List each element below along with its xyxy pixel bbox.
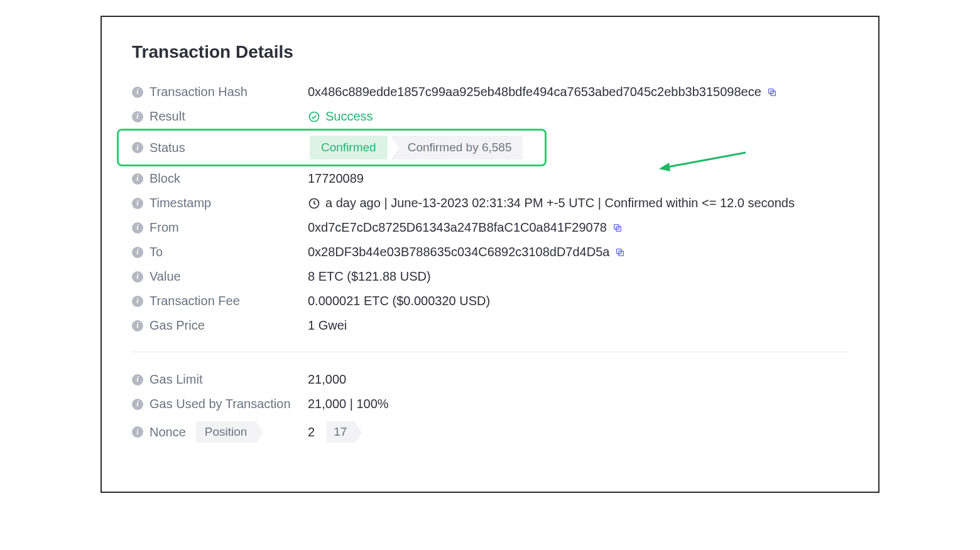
label-text-nonce: Nonce bbox=[150, 425, 186, 439]
label-hash: i Transaction Hash bbox=[132, 85, 308, 99]
value-block: 17720089 bbox=[308, 171, 848, 186]
label-timestamp: i Timestamp bbox=[132, 196, 308, 210]
label-text-gas-used: Gas Used by Transaction bbox=[150, 397, 291, 411]
label-to: i To bbox=[132, 245, 308, 259]
value-fee: 0.000021 ETC ($0.000320 USD) bbox=[308, 294, 848, 308]
value-gas-price: 1 Gwei bbox=[308, 318, 848, 333]
row-to: i To 0x28DF3b44e03B788635c034C6892c3108d… bbox=[132, 240, 848, 264]
row-gas-used: i Gas Used by Transaction 21,000 | 100% bbox=[132, 392, 848, 416]
label-fee: i Transaction Fee bbox=[132, 294, 308, 308]
nonce-text: 2 bbox=[308, 425, 315, 439]
label-text-hash: Transaction Hash bbox=[150, 85, 248, 99]
label-text-status: Status bbox=[150, 141, 185, 155]
row-from: i From 0xd7cE7cDc8725D61343a247B8faC1C0a… bbox=[132, 215, 848, 240]
label-result: i Result bbox=[132, 109, 308, 124]
row-gas-limit: i Gas Limit 21,000 bbox=[132, 367, 848, 392]
info-icon[interactable]: i bbox=[132, 271, 143, 283]
row-gas-price: i Gas Price 1 Gwei bbox=[132, 313, 848, 338]
copy-icon[interactable] bbox=[766, 87, 778, 98]
label-gas-price: i Gas Price bbox=[132, 318, 308, 333]
info-icon[interactable]: i bbox=[132, 320, 143, 332]
svg-line-3 bbox=[664, 153, 746, 168]
gas-used-text: 21,000 | 100% bbox=[308, 397, 389, 411]
label-text-from: From bbox=[150, 220, 179, 235]
label-status: i Status bbox=[132, 141, 310, 155]
row-status: i Status Confirmed Confirmed by 6,585 bbox=[117, 129, 547, 166]
status-badge-confirmations: Confirmed by 6,585 bbox=[390, 136, 523, 159]
label-text-fee: Transaction Fee bbox=[150, 294, 240, 308]
value-to: 0x28DF3b44e03B788635c034C6892c3108dD7d4D… bbox=[308, 245, 848, 259]
label-text-gas-price: Gas Price bbox=[150, 318, 205, 333]
info-icon[interactable]: i bbox=[132, 399, 143, 410]
copy-icon[interactable] bbox=[612, 222, 623, 234]
info-icon[interactable]: i bbox=[132, 247, 143, 258]
row-nonce: i Nonce Position 2 17 bbox=[132, 416, 848, 448]
row-block: i Block 17720089 bbox=[132, 166, 848, 191]
value-hash: 0x486c889edde1857c99aa925eb48bdfe494ca76… bbox=[308, 85, 848, 99]
label-block: i Block bbox=[132, 171, 308, 186]
result-text: Success bbox=[325, 109, 373, 124]
value-gas-used: 21,000 | 100% bbox=[308, 397, 848, 411]
label-from: i From bbox=[132, 220, 308, 235]
divider bbox=[132, 352, 848, 352]
gas-limit-text: 21,000 bbox=[308, 372, 346, 387]
value-value: 8 ETC ($121.88 USD) bbox=[308, 269, 848, 284]
info-icon[interactable]: i bbox=[132, 142, 143, 153]
status-badge-confirmed: Confirmed bbox=[310, 136, 388, 159]
transaction-details-panel: Transaction Details i Transaction Hash 0… bbox=[101, 16, 879, 493]
value-timestamp: a day ago | June-13-2023 02:31:34 PM +-5… bbox=[308, 196, 848, 210]
row-timestamp: i Timestamp a day ago | June-13-2023 02:… bbox=[132, 191, 848, 215]
info-icon[interactable]: i bbox=[132, 374, 143, 386]
label-gas-used: i Gas Used by Transaction bbox=[132, 397, 308, 411]
copy-icon[interactable] bbox=[614, 247, 626, 258]
value-text: 8 ETC ($121.88 USD) bbox=[308, 269, 431, 284]
timestamp-text: a day ago | June-13-2023 02:31:34 PM +-5… bbox=[325, 196, 795, 210]
fee-text: 0.000021 ETC ($0.000320 USD) bbox=[308, 294, 490, 308]
clock-icon bbox=[308, 197, 320, 210]
label-value: i Value bbox=[132, 269, 308, 284]
label-text-timestamp: Timestamp bbox=[150, 196, 211, 210]
info-icon[interactable]: i bbox=[132, 222, 143, 234]
label-text-gas-limit: Gas Limit bbox=[150, 372, 202, 387]
label-gas-limit: i Gas Limit bbox=[132, 372, 308, 387]
label-nonce: i Nonce Position bbox=[132, 421, 308, 443]
value-status: Confirmed Confirmed by 6,585 bbox=[310, 136, 541, 159]
svg-point-2 bbox=[310, 112, 319, 121]
value-nonce: 2 17 bbox=[308, 421, 848, 443]
hash-text: 0x486c889edde1857c99aa925eb48bdfe494ca76… bbox=[308, 85, 761, 99]
position-value-chip: 17 bbox=[326, 421, 354, 443]
info-icon[interactable]: i bbox=[132, 173, 143, 185]
value-from: 0xd7cE7cDc8725D61343a247B8faC1C0a841F290… bbox=[308, 220, 848, 235]
label-text-result: Result bbox=[150, 109, 185, 124]
value-gas-limit: 21,000 bbox=[308, 372, 848, 387]
label-text-to: To bbox=[150, 245, 163, 259]
page-title: Transaction Details bbox=[132, 42, 848, 62]
label-text-value: Value bbox=[150, 269, 181, 284]
label-text-block: Block bbox=[150, 171, 180, 186]
info-icon[interactable]: i bbox=[132, 198, 143, 209]
gas-price-text: 1 Gwei bbox=[308, 318, 347, 333]
row-result: i Result Success bbox=[132, 104, 848, 129]
info-icon[interactable]: i bbox=[132, 426, 143, 438]
row-fee: i Transaction Fee 0.000021 ETC ($0.00032… bbox=[132, 289, 848, 313]
value-result: Success bbox=[308, 109, 848, 124]
position-label-chip: Position bbox=[196, 421, 256, 443]
info-icon[interactable]: i bbox=[132, 296, 143, 307]
info-icon[interactable]: i bbox=[132, 111, 143, 122]
info-icon[interactable]: i bbox=[132, 87, 143, 98]
row-hash: i Transaction Hash 0x486c889edde1857c99a… bbox=[132, 80, 848, 104]
block-text: 17720089 bbox=[308, 171, 364, 186]
row-value: i Value 8 ETC ($121.88 USD) bbox=[132, 264, 848, 289]
to-text: 0x28DF3b44e03B788635c034C6892c3108dD7d4D… bbox=[308, 245, 609, 259]
from-text: 0xd7cE7cDc8725D61343a247B8faC1C0a841F290… bbox=[308, 220, 607, 235]
check-circle-icon bbox=[308, 111, 320, 123]
